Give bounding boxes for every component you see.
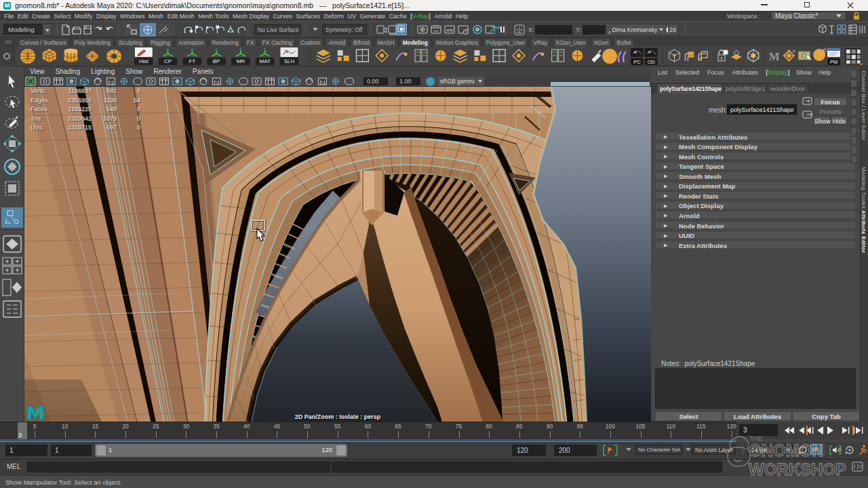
svg-text:M: M	[769, 50, 780, 63]
svg-text:MAT: MAT	[260, 58, 271, 64]
svg-text:PC: PC	[634, 59, 642, 65]
svg-text:SLH: SLH	[284, 58, 295, 64]
svg-text:CP: CP	[164, 58, 172, 64]
svg-text:IPR: IPR	[446, 28, 454, 33]
svg-text:Hist: Hist	[139, 58, 149, 64]
svg-text:MR: MR	[237, 58, 245, 64]
svg-text:PM: PM	[830, 59, 837, 65]
svg-text:FT: FT	[189, 58, 196, 64]
svg-text:OD: OD	[648, 59, 656, 65]
svg-text:BP: BP	[213, 58, 220, 64]
